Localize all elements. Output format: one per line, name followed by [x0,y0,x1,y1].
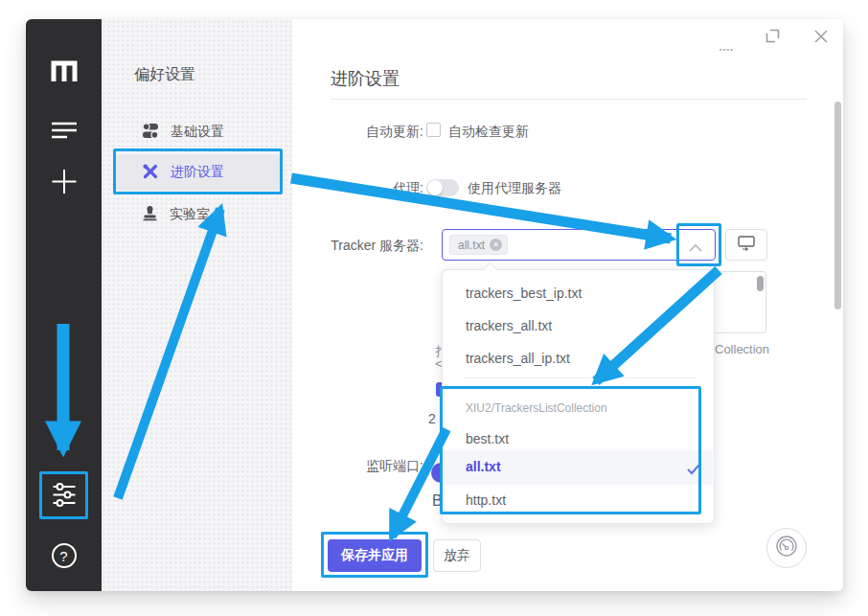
auto-update-label: 自动更新: [299,124,423,141]
nav-item-label: 实验室 [170,206,210,223]
tracker-dropdown: trackers_best_ip.txt trackers_all.txt tr… [442,269,715,524]
preferences-title: 偏好设置 [134,65,195,85]
tag-label: all.txt [458,239,485,252]
speedometer-icon [775,535,798,561]
help-text-fragment: Collection [715,342,769,356]
discard-button[interactable]: 放弃 [433,539,481,572]
proxy-toggle[interactable] [426,179,459,196]
tracker-select-input[interactable]: all.txt ✕ [442,229,716,261]
dropdown-group-label: XIU2/TrackersListCollection [466,401,607,415]
toggle-knob [427,180,443,195]
nav-item-lab[interactable]: 实验室 [115,196,280,233]
help-icon[interactable]: ? [52,543,77,568]
add-task-icon[interactable] [51,169,77,194]
close-button[interactable] [813,29,829,48]
help-line2-fragment: < [435,356,442,371]
motrix-logo-icon [49,57,80,84]
minimize-button[interactable] [720,38,733,56]
dropdown-item-selected[interactable]: all.txt [466,459,501,474]
main-scrollbar[interactable] [834,102,841,309]
page-title: 进阶设置 [331,67,400,90]
dropdown-item[interactable]: http.txt [466,492,506,508]
screenshot-page: ? 偏好设置 基础设置 [0,0,868,616]
sync-tracker-button[interactable] [725,229,767,261]
nav-item-basic-settings[interactable]: 基础设置 [115,114,280,150]
preferences-sliders-icon[interactable] [51,482,77,508]
listen-port-label: 监听端口: [299,458,423,475]
nav-item-advanced-settings[interactable]: 进阶设置 [115,154,280,191]
preferences-panel: 偏好设置 基础设置 [102,19,292,591]
toggles-icon [142,123,159,142]
tracker-tag: all.txt ✕ [449,235,508,255]
dropdown-item[interactable]: best.txt [466,431,509,446]
auto-update-checkbox[interactable] [426,123,441,137]
dropdown-item[interactable]: trackers_best_ip.txt [466,285,582,301]
dropdown-divider [464,377,696,378]
interval-fragment: 2 [428,411,440,426]
motrix-window: ? 偏好设置 基础设置 [26,19,843,591]
check-icon [686,462,701,479]
auto-update-checkbox-label: 自动检查更新 [448,124,529,141]
header-divider [331,99,807,100]
maximize-button[interactable] [765,29,780,47]
nav-item-label: 进阶设置 [171,164,224,181]
proxy-label: 代理: [299,180,423,197]
screen-sync-icon [738,236,755,255]
speed-limit-button[interactable] [766,528,807,568]
dropdown-item[interactable]: trackers_all.txt [466,318,552,333]
tag-close-icon[interactable]: ✕ [490,239,502,251]
app-sidebar: ? [26,19,102,591]
save-apply-button[interactable]: 保存并应用 [328,539,422,572]
stamp-icon [142,205,158,224]
tracker-label: Tracker 服务器: [299,238,423,255]
chevron-up-icon[interactable] [688,240,703,257]
textarea-scrollbar[interactable] [757,276,764,291]
dropdown-item[interactable]: trackers_all_ip.txt [466,351,570,366]
tools-icon [142,163,159,183]
port-text-fragment: B [432,492,440,510]
proxy-switch-label: 使用代理服务器 [468,180,561,197]
task-list-icon[interactable] [51,121,78,140]
nav-item-label: 基础设置 [171,124,224,141]
